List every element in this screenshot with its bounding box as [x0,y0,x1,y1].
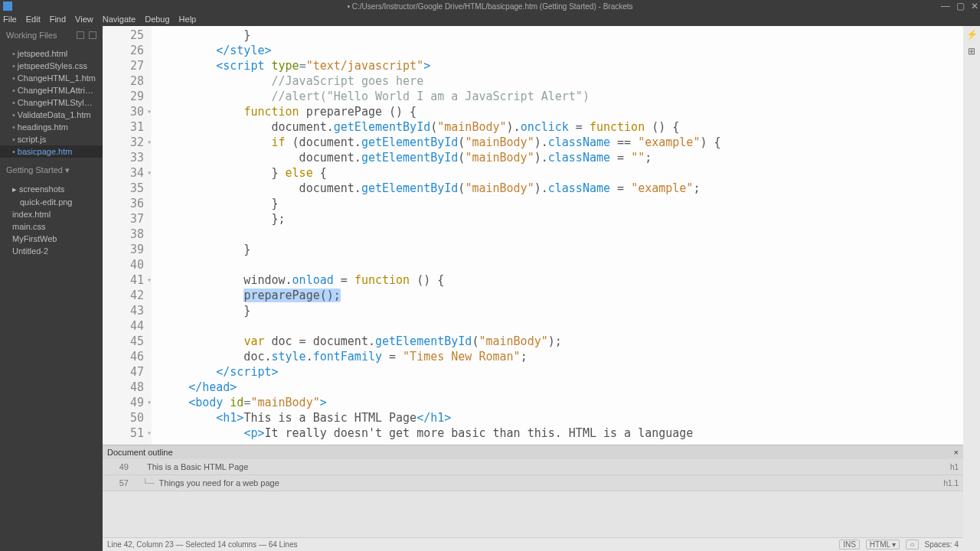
project-files-list: ▸ screenshotsquick-edit.pngindex.htmlmai… [0,180,103,260]
menu-edit[interactable]: Edit [26,15,41,24]
working-file-item[interactable]: ChangeHTMLAttributes_1.htm [0,84,103,96]
status-bar: Line 42, Column 23 — Selected 14 columns… [103,537,963,551]
working-files-header[interactable]: Working Files [0,26,103,44]
working-file-item[interactable]: jetspeedStyles.css [0,60,103,72]
file-item[interactable]: index.html [0,208,103,220]
working-file-item[interactable]: ChangeHTMLStyles_1.htm [0,96,103,109]
outline-close-icon[interactable]: × [954,448,959,457]
working-file-item[interactable]: ChangeHTML_1.htm [0,72,103,84]
outline-item[interactable]: 57└─Things you need for a web pageh1.1 [103,475,963,491]
cursor-status[interactable]: Line 42, Column 23 — Selected 14 columns… [107,540,297,549]
working-file-item[interactable]: script.js [0,133,103,145]
working-files-list: jetspeed.htmljetspeedStyles.cssChangeHTM… [0,44,103,161]
file-item[interactable]: main.css [0,220,103,233]
extension-manager-icon[interactable]: ⊞ [966,46,977,57]
maximize-button[interactable]: ▢ [956,1,965,11]
editor: 2526272829303132333435363738394041424344… [103,26,963,551]
file-item[interactable]: Untitled-2 [0,245,103,257]
title-bar: • C:/Users/Instructor/Google Drive/HTML/… [0,0,980,12]
document-outline-panel: Document outline × 49This is a Basic HTM… [103,445,963,537]
file-item[interactable]: quick-edit.png [0,196,103,208]
folder-item[interactable]: ▸ screenshots [0,183,103,196]
close-button[interactable]: ✕ [971,1,978,11]
outline-item[interactable]: 49This is a Basic HTML Pageh1 [103,459,963,475]
project-label: Getting Started ▾ [6,165,70,175]
menu-file[interactable]: File [3,15,17,24]
window-title: • C:/Users/Instructor/Google Drive/HTML/… [347,2,632,11]
menu-navigate[interactable]: Navigate [103,15,136,24]
lint-status-icon[interactable]: ○ [906,540,918,549]
working-files-label: Working Files [6,31,57,40]
split-view-icon[interactable] [77,31,84,39]
working-file-item[interactable]: jetspeed.html [0,47,103,60]
settings-icon[interactable] [89,31,96,39]
menu-help[interactable]: Help [179,15,197,24]
working-file-item[interactable]: ValidateData_1.htm [0,109,103,121]
menu-debug[interactable]: Debug [145,15,169,24]
line-gutter[interactable]: 2526272829303132333435363738394041424344… [103,26,152,445]
file-item[interactable]: MyFirstWeb [0,233,103,245]
language-mode[interactable]: HTML ▾ [866,540,900,549]
project-header[interactable]: Getting Started ▾ [0,161,103,180]
minimize-button[interactable]: — [941,1,950,11]
code-area[interactable]: } </style> <script type="text/javascript… [152,26,963,445]
menu-find[interactable]: Find [50,15,66,24]
sidebar: Working Files jetspeed.htmljetspeedStyle… [0,26,103,551]
menu-bar: File Edit Find View Navigate Debug Help [0,12,980,26]
outline-title: Document outline [107,448,173,457]
insert-mode[interactable]: INS [839,540,860,549]
working-file-item[interactable]: basicpage.htm [0,145,103,158]
menu-view[interactable]: View [75,15,93,24]
working-file-item[interactable]: headings.htm [0,121,103,133]
app-icon [3,2,12,11]
indent-setting[interactable]: Spaces: 4 [925,540,959,549]
right-toolbar: ⚡ ⊞ [963,26,980,551]
live-preview-icon[interactable]: ⚡ [966,29,977,40]
